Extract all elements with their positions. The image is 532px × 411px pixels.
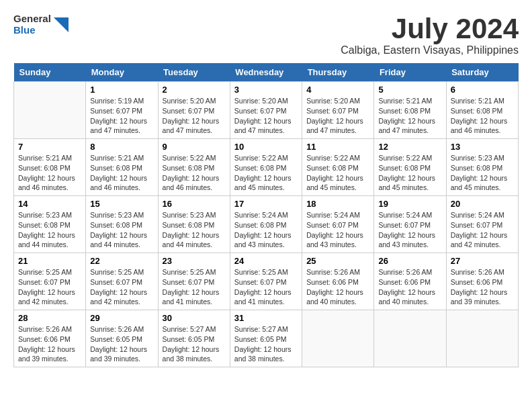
day-header-saturday: Saturday [446,63,518,82]
day-cell-22: 22Sunrise: 5:25 AM Sunset: 6:07 PM Dayli… [86,253,158,310]
week-row-2: 7Sunrise: 5:21 AM Sunset: 6:08 PM Daylig… [14,139,519,196]
day-cell-21: 21Sunrise: 5:25 AM Sunset: 6:07 PM Dayli… [14,253,86,310]
day-info: Sunrise: 5:21 AM Sunset: 6:08 PM Dayligh… [451,96,514,136]
month-year-title: July 2024 [341,13,519,44]
day-info: Sunrise: 5:25 AM Sunset: 6:07 PM Dayligh… [234,267,298,307]
date-number: 20 [451,199,514,209]
day-cell-31: 31Sunrise: 5:27 AM Sunset: 6:05 PM Dayli… [230,310,302,367]
logo-blue: Blue [13,25,51,36]
header-section: General Blue July 2024 Calbiga, Eastern … [13,13,519,56]
date-number: 14 [18,199,81,209]
day-info: Sunrise: 5:20 AM Sunset: 6:07 PM Dayligh… [306,96,369,136]
date-number: 6 [451,85,514,95]
empty-cell [14,82,86,139]
day-info: Sunrise: 5:25 AM Sunset: 6:07 PM Dayligh… [90,267,153,307]
date-number: 17 [234,199,298,209]
day-info: Sunrise: 5:23 AM Sunset: 6:08 PM Dayligh… [18,210,81,250]
day-cell-26: 26Sunrise: 5:26 AM Sunset: 6:06 PM Dayli… [374,253,446,310]
week-row-5: 28Sunrise: 5:26 AM Sunset: 6:06 PM Dayli… [14,310,519,367]
day-info: Sunrise: 5:21 AM Sunset: 6:08 PM Dayligh… [90,153,153,193]
day-info: Sunrise: 5:20 AM Sunset: 6:07 PM Dayligh… [234,96,298,136]
date-number: 25 [306,256,369,266]
day-cell-17: 17Sunrise: 5:24 AM Sunset: 6:08 PM Dayli… [230,196,302,253]
day-info: Sunrise: 5:24 AM Sunset: 6:07 PM Dayligh… [378,210,441,250]
day-cell-8: 8Sunrise: 5:21 AM Sunset: 6:08 PM Daylig… [86,139,158,196]
day-info: Sunrise: 5:24 AM Sunset: 6:07 PM Dayligh… [451,210,514,250]
day-info: Sunrise: 5:27 AM Sunset: 6:05 PM Dayligh… [234,324,298,364]
day-cell-1: 1Sunrise: 5:19 AM Sunset: 6:07 PM Daylig… [86,82,158,139]
day-info: Sunrise: 5:24 AM Sunset: 6:07 PM Dayligh… [306,210,369,250]
date-number: 24 [234,256,298,266]
day-cell-14: 14Sunrise: 5:23 AM Sunset: 6:08 PM Dayli… [14,196,86,253]
day-info: Sunrise: 5:22 AM Sunset: 6:08 PM Dayligh… [378,153,441,193]
date-number: 26 [378,256,441,266]
day-cell-13: 13Sunrise: 5:23 AM Sunset: 6:08 PM Dayli… [446,139,518,196]
date-number: 1 [90,85,153,95]
date-number: 18 [306,199,369,209]
day-cell-16: 16Sunrise: 5:23 AM Sunset: 6:08 PM Dayli… [158,196,230,253]
title-block: July 2024 Calbiga, Eastern Visayas, Phil… [341,13,519,56]
day-headers-row: SundayMondayTuesdayWednesdayThursdayFrid… [14,63,519,82]
day-info: Sunrise: 5:26 AM Sunset: 6:06 PM Dayligh… [306,267,369,307]
day-info: Sunrise: 5:22 AM Sunset: 6:08 PM Dayligh… [163,153,226,193]
day-info: Sunrise: 5:24 AM Sunset: 6:08 PM Dayligh… [234,210,298,250]
day-info: Sunrise: 5:25 AM Sunset: 6:07 PM Dayligh… [18,267,81,307]
day-cell-18: 18Sunrise: 5:24 AM Sunset: 6:07 PM Dayli… [302,196,374,253]
day-cell-20: 20Sunrise: 5:24 AM Sunset: 6:07 PM Dayli… [446,196,518,253]
date-number: 9 [163,142,226,152]
day-cell-5: 5Sunrise: 5:21 AM Sunset: 6:08 PM Daylig… [374,82,446,139]
date-number: 8 [90,142,153,152]
date-number: 19 [378,199,441,209]
day-info: Sunrise: 5:21 AM Sunset: 6:08 PM Dayligh… [18,153,81,193]
date-number: 7 [18,142,81,152]
date-number: 10 [234,142,298,152]
date-number: 21 [18,256,81,266]
day-info: Sunrise: 5:23 AM Sunset: 6:08 PM Dayligh… [451,153,514,193]
date-number: 12 [378,142,441,152]
calendar-table: SundayMondayTuesdayWednesdayThursdayFrid… [13,63,519,367]
logo: General Blue [13,13,69,36]
date-number: 23 [163,256,226,266]
day-cell-24: 24Sunrise: 5:25 AM Sunset: 6:07 PM Dayli… [230,253,302,310]
day-header-thursday: Thursday [302,63,374,82]
day-info: Sunrise: 5:26 AM Sunset: 6:06 PM Dayligh… [451,267,514,307]
date-number: 28 [18,313,81,323]
week-row-4: 21Sunrise: 5:25 AM Sunset: 6:07 PM Dayli… [14,253,519,310]
day-info: Sunrise: 5:23 AM Sunset: 6:08 PM Dayligh… [163,210,226,250]
day-cell-7: 7Sunrise: 5:21 AM Sunset: 6:08 PM Daylig… [14,139,86,196]
date-number: 16 [163,199,226,209]
day-cell-2: 2Sunrise: 5:20 AM Sunset: 6:07 PM Daylig… [158,82,230,139]
empty-cell [446,310,518,367]
day-info: Sunrise: 5:19 AM Sunset: 6:07 PM Dayligh… [90,96,153,136]
day-cell-15: 15Sunrise: 5:23 AM Sunset: 6:08 PM Dayli… [86,196,158,253]
day-info: Sunrise: 5:26 AM Sunset: 6:05 PM Dayligh… [90,324,153,364]
day-cell-9: 9Sunrise: 5:22 AM Sunset: 6:08 PM Daylig… [158,139,230,196]
day-info: Sunrise: 5:22 AM Sunset: 6:08 PM Dayligh… [234,153,298,193]
svg-marker-0 [54,17,69,32]
day-cell-30: 30Sunrise: 5:27 AM Sunset: 6:05 PM Dayli… [158,310,230,367]
date-number: 11 [306,142,369,152]
day-info: Sunrise: 5:20 AM Sunset: 6:07 PM Dayligh… [163,96,226,136]
day-info: Sunrise: 5:21 AM Sunset: 6:08 PM Dayligh… [378,96,441,136]
logo-icon [54,17,69,32]
day-header-tuesday: Tuesday [158,63,230,82]
day-info: Sunrise: 5:26 AM Sunset: 6:06 PM Dayligh… [378,267,441,307]
date-number: 13 [451,142,514,152]
date-number: 2 [163,85,226,95]
date-number: 22 [90,256,153,266]
day-cell-19: 19Sunrise: 5:24 AM Sunset: 6:07 PM Dayli… [374,196,446,253]
day-info: Sunrise: 5:26 AM Sunset: 6:06 PM Dayligh… [18,324,81,364]
day-cell-29: 29Sunrise: 5:26 AM Sunset: 6:05 PM Dayli… [86,310,158,367]
day-info: Sunrise: 5:23 AM Sunset: 6:08 PM Dayligh… [90,210,153,250]
day-header-sunday: Sunday [14,63,86,82]
date-number: 30 [163,313,226,323]
date-number: 29 [90,313,153,323]
date-number: 4 [306,85,369,95]
day-cell-12: 12Sunrise: 5:22 AM Sunset: 6:08 PM Dayli… [374,139,446,196]
day-header-wednesday: Wednesday [230,63,302,82]
day-cell-10: 10Sunrise: 5:22 AM Sunset: 6:08 PM Dayli… [230,139,302,196]
day-header-friday: Friday [374,63,446,82]
day-cell-28: 28Sunrise: 5:26 AM Sunset: 6:06 PM Dayli… [14,310,86,367]
day-info: Sunrise: 5:27 AM Sunset: 6:05 PM Dayligh… [163,324,226,364]
day-cell-25: 25Sunrise: 5:26 AM Sunset: 6:06 PM Dayli… [302,253,374,310]
